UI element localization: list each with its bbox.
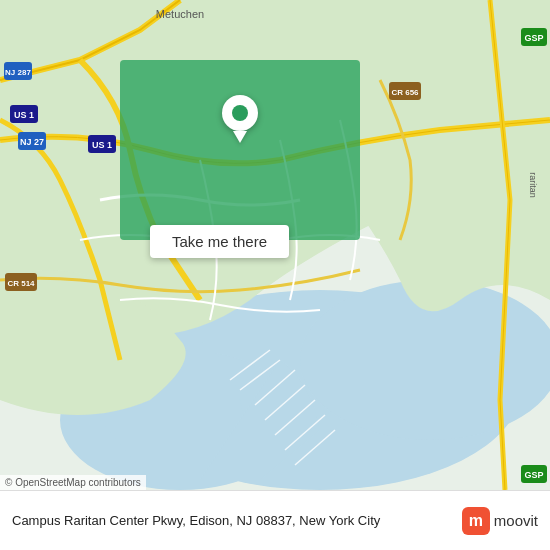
- svg-text:Metuchen: Metuchen: [156, 8, 204, 20]
- take-me-there-button[interactable]: Take me there: [150, 225, 289, 258]
- osm-text: © OpenStreetMap contributors: [5, 477, 141, 488]
- svg-text:GSP: GSP: [524, 33, 543, 43]
- svg-text:NJ 287: NJ 287: [5, 68, 31, 77]
- svg-text:CR 656: CR 656: [391, 88, 419, 97]
- moovit-logo: m moovit: [462, 507, 538, 535]
- moovit-brand-text: moovit: [494, 512, 538, 529]
- svg-text:CR 514: CR 514: [7, 279, 35, 288]
- address-text: Campus Raritan Center Pkwy, Edison, NJ 0…: [12, 513, 454, 528]
- svg-text:NJ 27: NJ 27: [20, 137, 44, 147]
- svg-text:US 1: US 1: [14, 110, 34, 120]
- svg-text:raritan: raritan: [528, 172, 538, 198]
- highlight-region: [120, 60, 360, 240]
- osm-attribution: © OpenStreetMap contributors: [0, 475, 146, 490]
- moovit-icon: m: [462, 507, 490, 535]
- info-bar: Campus Raritan Center Pkwy, Edison, NJ 0…: [0, 490, 550, 550]
- svg-text:US 1: US 1: [92, 140, 112, 150]
- map-container: NJ 27 US 1 US 1 NJ 287 GSP GSP CR 656 CR…: [0, 0, 550, 490]
- svg-text:GSP: GSP: [524, 470, 543, 480]
